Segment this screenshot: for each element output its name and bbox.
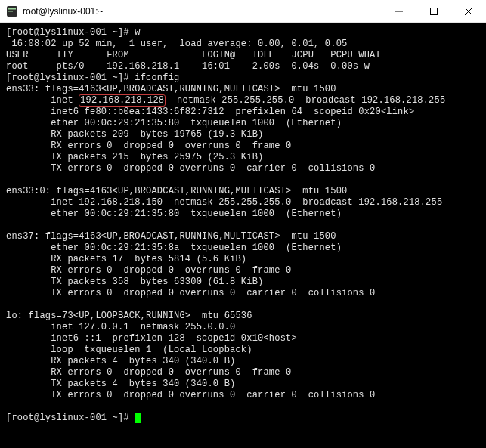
terminal-icon xyxy=(6,5,18,17)
ens33-0-header: ens33:0: flags=4163<UP,BROADCAST,RUNNING… xyxy=(6,186,480,197)
ens37-ether: ether 00:0c:29:21:35:8a txqueuelen 1000 … xyxy=(6,243,480,254)
prompt: [root@lyslinux-001 ~]# xyxy=(6,73,135,83)
ens33-inet: inet 192.168.218.128 netmask 255.255.255… xyxy=(6,95,480,107)
ens33-tx-errors: TX errors 0 dropped 0 overruns 0 carrier… xyxy=(6,163,480,175)
ens33-rx-packets: RX packets 209 bytes 19765 (19.3 KiB) xyxy=(6,129,480,141)
close-button[interactable] xyxy=(451,0,486,22)
blank-line xyxy=(6,175,480,186)
lo-inet: inet 127.0.0.1 netmask 255.0.0.0 xyxy=(6,322,480,333)
window-titlebar: root@lyslinux-001:~ xyxy=(0,0,486,23)
window-controls xyxy=(382,0,486,22)
window-title: root@lyslinux-001:~ xyxy=(23,6,382,17)
ens37-rx-packets: RX packets 17 bytes 5814 (5.6 KiB) xyxy=(6,254,480,265)
ens37-tx-errors: TX errors 0 dropped 0 overruns 0 carrier… xyxy=(6,288,480,299)
w-header: USER TTY FROM LOGIN@ IDLE JCPU PCPU WHAT xyxy=(6,50,480,61)
prompt-line: [root@lyslinux-001 ~]# ifconfig xyxy=(6,73,480,84)
prompt-line: [root@lyslinux-001 ~]# xyxy=(6,412,480,424)
prompt: [root@lyslinux-001 ~]# xyxy=(6,412,135,423)
prompt: [root@lyslinux-001 ~]# xyxy=(6,27,135,38)
svg-rect-4 xyxy=(431,8,438,14)
blank-line xyxy=(6,401,480,412)
ens33-header: ens33: flags=4163<UP,BROADCAST,RUNNING,M… xyxy=(6,84,480,95)
w-row: root pts/0 192.168.218.1 16:01 2.00s 0.0… xyxy=(6,61,480,73)
blank-line xyxy=(6,220,480,231)
ens33-rx-errors: RX errors 0 dropped 0 overruns 0 frame 0 xyxy=(6,141,480,152)
terminal-viewport[interactable]: [root@lyslinux-001 ~]# w 16:08:02 up 52 … xyxy=(0,23,486,448)
blank-line xyxy=(6,299,480,311)
lo-loop: loop txqueuelen 1 (Local Loopback) xyxy=(6,344,480,356)
ens33-0-inet: inet 192.168.218.150 netmask 255.255.255… xyxy=(6,197,480,209)
w-uptime: 16:08:02 up 52 min, 1 user, load average… xyxy=(6,39,480,50)
ens37-rx-errors: RX errors 0 dropped 0 overruns 0 frame 0 xyxy=(6,265,480,277)
minimize-button[interactable] xyxy=(382,0,416,22)
lo-inet6: inet6 ::1 prefixlen 128 scopeid 0x10<hos… xyxy=(6,333,480,344)
prompt-line: [root@lyslinux-001 ~]# w xyxy=(6,27,480,39)
ens33-tx-packets: TX packets 215 bytes 25975 (25.3 KiB) xyxy=(6,152,480,163)
ens33-inet6: inet6 fe80::b0ea:1433:6f82:7312 prefixle… xyxy=(6,107,480,118)
highlighted-ip: 192.168.218.128 xyxy=(79,94,166,107)
ens33-ether: ether 00:0c:29:21:35:80 txqueuelen 1000 … xyxy=(6,118,480,129)
lo-tx-packets: TX packets 4 bytes 340 (340.0 B) xyxy=(6,378,480,390)
cmd-ifconfig: ifconfig xyxy=(135,73,179,83)
lo-tx-errors: TX errors 0 dropped 0 overruns 0 carrier… xyxy=(6,390,480,401)
ens37-tx-packets: TX packets 358 bytes 63300 (61.8 KiB) xyxy=(6,277,480,288)
svg-rect-1 xyxy=(8,8,16,10)
lo-header: lo: flags=73<UP,LOOPBACK,RUNNING> mtu 65… xyxy=(6,311,480,322)
ens33-0-ether: ether 00:0c:29:21:35:80 txqueuelen 1000 … xyxy=(6,209,480,220)
cursor-icon xyxy=(135,413,141,423)
lo-rx-packets: RX packets 4 bytes 340 (340.0 B) xyxy=(6,356,480,367)
cmd-w: w xyxy=(135,27,140,38)
svg-rect-2 xyxy=(8,11,13,12)
maximize-button[interactable] xyxy=(416,0,451,22)
lo-rx-errors: RX errors 0 dropped 0 overruns 0 frame 0 xyxy=(6,367,480,378)
ens37-header: ens37: flags=4163<UP,BROADCAST,RUNNING,M… xyxy=(6,231,480,243)
